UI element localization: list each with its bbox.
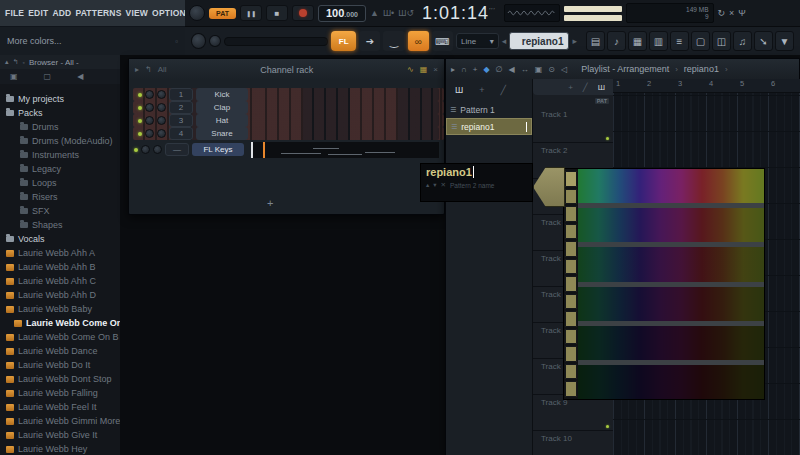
pattern-color-picker[interactable]: [563, 168, 765, 400]
menu-item[interactable]: ADD: [52, 8, 71, 18]
undo-icon[interactable]: ↰: [145, 65, 152, 74]
browser-file-item[interactable]: Laurie Webb Dance: [0, 344, 120, 358]
channel-name-button[interactable]: Snare: [196, 127, 248, 140]
channel-pan-knob[interactable]: [145, 129, 154, 138]
link-button[interactable]: ∞: [408, 31, 429, 51]
color-row[interactable]: [578, 287, 764, 321]
pattern-next-arrow[interactable]: ▸: [572, 36, 577, 46]
master-volume-knob[interactable]: [189, 5, 205, 21]
channel-filter[interactable]: All: [158, 65, 167, 74]
browser-tree-item[interactable]: My projects: [0, 92, 120, 106]
browser-file-item[interactable]: Laurie Webb Do It: [0, 358, 120, 372]
playlist-tool-icon[interactable]: ◀: [509, 65, 515, 74]
channel-pan-knob[interactable]: [145, 90, 154, 99]
channel-volume-knob[interactable]: [157, 90, 166, 99]
color-row[interactable]: [578, 365, 764, 399]
browser-tab-icon[interactable]: ◀: [77, 72, 83, 81]
track-enable-led[interactable]: [606, 137, 609, 140]
playlist-tool-icon[interactable]: ◆: [483, 65, 489, 74]
menu-item[interactable]: EDIT: [28, 8, 48, 18]
window-toggle-button[interactable]: ➘: [754, 31, 773, 51]
channel-number-button[interactable]: 3: [169, 114, 193, 127]
playlist-tool-icon[interactable]: ⊙: [548, 65, 555, 74]
browser-file-item[interactable]: Laurie Webb Dont Stop: [0, 372, 120, 386]
browser-file-item[interactable]: Laurie Webb Ahh D: [0, 288, 120, 302]
playlist-tool-icon[interactable]: ▸: [451, 65, 455, 74]
window-toggle-button[interactable]: ▦: [628, 31, 647, 51]
pattern-prev-arrow[interactable]: ◂: [502, 36, 507, 46]
channel-enable-led[interactable]: [138, 132, 142, 136]
channel-number-button[interactable]: 4: [169, 127, 193, 140]
playlist-tool-icon[interactable]: +: [473, 65, 478, 74]
browser-back-icon[interactable]: ↰: [13, 58, 19, 66]
hint-close-icon[interactable]: ✕: [441, 181, 446, 189]
slide-notes-button[interactable]: ‿: [383, 31, 404, 51]
loop-record-icon[interactable]: Ш↺: [398, 8, 414, 18]
piano-roll-preview[interactable]: [251, 142, 439, 158]
time-display[interactable]: 1:01:14′′′: [422, 2, 495, 24]
playlist-tool-icon[interactable]: ▣: [535, 65, 543, 74]
channel-number-button[interactable]: 1: [169, 88, 193, 101]
color-swatch-column[interactable]: [564, 169, 578, 399]
window-toggle-button[interactable]: ▥: [649, 31, 668, 51]
playlist-crumb[interactable]: repiano1: [684, 64, 719, 74]
browser-tree-item[interactable]: Shapes: [0, 218, 120, 232]
channel-pan-knob[interactable]: [145, 103, 154, 112]
metronome-icon[interactable]: ▲: [370, 8, 379, 18]
browser-file-item[interactable]: Laurie Webb Falling: [0, 386, 120, 400]
step-sequencer-strip[interactable]: [255, 88, 439, 101]
rename-input[interactable]: repiano1: [426, 166, 527, 178]
channel-volume-knob[interactable]: [157, 116, 166, 125]
step-sequencer-strip[interactable]: [255, 114, 439, 127]
channel-rack-titlebar[interactable]: ▸ ↰ All Channel rack ∿ ▦ ×: [129, 59, 444, 80]
step-edit-icon[interactable]: Ш•: [383, 8, 394, 18]
window-toggle-button[interactable]: ▼: [775, 31, 794, 51]
channel-name-button[interactable]: FL Keys: [192, 143, 244, 156]
add-channel-button[interactable]: +: [267, 197, 273, 209]
menu-item[interactable]: PATTERNS: [75, 8, 121, 18]
browser-file-item[interactable]: Laurie Webb Feel It: [0, 400, 120, 414]
browser-tree-item[interactable]: Instruments: [0, 148, 120, 162]
channel-pan-knob[interactable]: [145, 116, 154, 125]
pattern-selector-display[interactable]: repiano1: [509, 32, 569, 50]
browser-search-icon[interactable]: ◦: [22, 59, 24, 66]
browser-file-item[interactable]: Laurie Webb Ahh A: [0, 246, 120, 260]
browser-tree-item[interactable]: Drums (ModeAudio): [0, 134, 120, 148]
playlist-titlebar[interactable]: ▸∩+◆∅◀↔▣⊙◁ Playlist - Arrangement › repi…: [446, 59, 799, 79]
browser-tree-item[interactable]: Drums: [0, 120, 120, 134]
window-toggle-button[interactable]: ≡: [670, 31, 689, 51]
pause-button[interactable]: ❚❚: [240, 5, 262, 21]
main-volume-pitch-sliders[interactable]: [564, 6, 622, 21]
pat-mode-badge[interactable]: PAT: [209, 8, 236, 19]
timeline-ruler[interactable]: 123456: [613, 79, 800, 93]
playlist-tool-icon[interactable]: ↔: [521, 65, 529, 74]
browser-file-item[interactable]: Laurie Webb Gimmi More: [0, 414, 120, 428]
tempo-display[interactable]: 100.000: [318, 5, 366, 22]
browser-tree-item[interactable]: Packs: [0, 106, 120, 120]
channel-name-button[interactable]: Kick: [196, 88, 248, 101]
keyboard-editor-icon[interactable]: ▦: [420, 65, 428, 74]
browser-tree-item[interactable]: Risers: [0, 190, 120, 204]
channel-name-button[interactable]: Hat: [196, 114, 248, 127]
window-toggle-button[interactable]: ♪: [607, 31, 626, 51]
track-header[interactable]: Track 9: [533, 395, 613, 431]
position-slider[interactable]: [224, 37, 328, 46]
browser-file-item[interactable]: Laurie Webb Ahh C: [0, 274, 120, 288]
window-toggle-button[interactable]: ▢: [691, 31, 710, 51]
browser-tree-item[interactable]: Vocals: [0, 232, 120, 246]
color-gradient-grid[interactable]: [578, 169, 764, 399]
browser-file-item[interactable]: Laurie Webb Come On A: [0, 316, 120, 330]
step-sequencer-strip[interactable]: [255, 101, 439, 114]
typing-keyboard-button[interactable]: ⌨: [432, 31, 453, 51]
one-shot-arrow-button[interactable]: ➔: [359, 31, 380, 51]
graph-editor-icon[interactable]: ∿: [407, 65, 414, 74]
undo-history-icon[interactable]: ↻: [718, 8, 726, 18]
pattern-picker-item[interactable]: ☰ repiano1: [446, 118, 532, 135]
menu-item[interactable]: VIEW: [126, 8, 149, 18]
channel-volume-knob[interactable]: [153, 145, 162, 154]
track-header[interactable]: Track 1: [533, 107, 613, 143]
playlist-tool-icon[interactable]: ◁: [561, 65, 567, 74]
stop-button[interactable]: ■: [266, 5, 288, 21]
picker-tab-icon[interactable]: Ш: [455, 85, 463, 95]
browser-header[interactable]: ▴ ↰ ◦ Browser - All -: [0, 55, 120, 69]
